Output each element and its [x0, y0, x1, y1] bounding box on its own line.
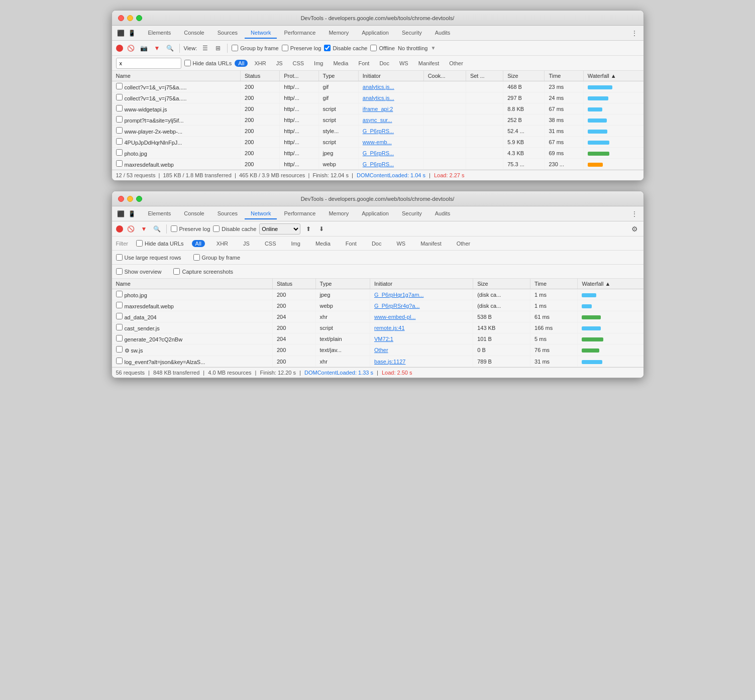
table-row[interactable]: collect?v=1&_v=j75&a..... 200 http/... g… [112, 81, 643, 92]
preserve-log-label-2[interactable]: Preserve log [171, 225, 210, 232]
hide-data-urls-checkbox-1[interactable] [184, 60, 191, 66]
tab-network-1[interactable]: Network [245, 28, 277, 39]
col-status-1[interactable]: Status [241, 71, 280, 81]
filter-pill-ws-1[interactable]: WS [396, 60, 412, 67]
show-overview-label[interactable]: Show overview [116, 268, 162, 275]
more-options-icon-2[interactable]: ⋮ [629, 209, 639, 219]
filter-pill-css-1[interactable]: CSS [289, 60, 307, 67]
tab-console-2[interactable]: Console [178, 208, 210, 219]
filter-pill-all-2[interactable]: All [192, 240, 205, 247]
filter-pill-ws-2[interactable]: WS [393, 240, 409, 247]
table-row[interactable]: maxresdefault.webp 200 webp G_P6rpRSr4g?… [112, 300, 643, 311]
tab-performance-2[interactable]: Performance [278, 208, 321, 219]
table-row[interactable]: www-widgetapi.js 200 http/... script ifr… [112, 103, 643, 114]
screenshot-button-1[interactable]: 📷 [139, 43, 149, 53]
tab-security-1[interactable]: Security [396, 28, 428, 39]
col-cookies-1[interactable]: Cook... [423, 71, 466, 81]
table-row[interactable]: log_event?alt=json&key=AlzaS... 200 xhr … [112, 356, 643, 367]
filter-pill-xhr-1[interactable]: XHR [251, 60, 269, 67]
filter-pill-all-1[interactable]: All [235, 60, 248, 67]
col-initiator-1[interactable]: Initiator [358, 71, 423, 81]
hide-data-urls-label-1[interactable]: Hide data URLs [184, 60, 232, 66]
tab-elements-2[interactable]: Elements [142, 208, 177, 219]
group-by-frame-checkbox[interactable] [232, 45, 238, 51]
search-input-1[interactable] [116, 58, 181, 69]
table-row[interactable]: www-player-2x-webp-... 200 http/... styl… [112, 126, 643, 137]
col-size-2[interactable]: Size [473, 279, 530, 289]
filter-pill-media-2[interactable]: Media [312, 240, 334, 247]
disable-cache-checkbox-1[interactable] [324, 45, 331, 51]
table-row[interactable]: maxresdefault.webp 200 http/... webp G_P… [112, 159, 643, 170]
table-row[interactable]: generate_204?cQ2nBw 204 text/plain VM72:… [112, 333, 643, 344]
preserve-log-checkbox-2[interactable] [171, 225, 177, 232]
minimize-button-1[interactable] [127, 15, 133, 21]
group-by-frame-checkbox-2[interactable] [193, 254, 200, 261]
table-row[interactable]: photo.jpg 200 http/... jpeg G_P6rpRS... … [112, 148, 643, 159]
group-by-frame-label-2[interactable]: Group by frame [193, 254, 240, 261]
tab-memory-1[interactable]: Memory [322, 28, 355, 39]
tab-application-2[interactable]: Application [356, 208, 395, 219]
col-status-2[interactable]: Status [272, 279, 315, 289]
view-list-icon[interactable]: ☰ [200, 43, 210, 53]
filter-icon-1[interactable]: ▼ [152, 43, 162, 53]
tab-console-1[interactable]: Console [178, 28, 210, 39]
settings-icon-2[interactable]: ⚙ [630, 224, 639, 234]
table-row[interactable]: ad_data_204 204 xhr www-embed-pl... 538 … [112, 311, 643, 322]
tab-application-1[interactable]: Application [356, 28, 395, 39]
throttle-select-2[interactable]: Online No throttling Slow 3G Fast 3G [259, 223, 300, 235]
filter-pill-media-1[interactable]: Media [330, 60, 352, 67]
col-type-1[interactable]: Type [318, 71, 358, 81]
col-initiator-2[interactable]: Initiator [370, 279, 473, 289]
maximize-button-1[interactable] [136, 15, 142, 21]
show-overview-checkbox[interactable] [116, 268, 123, 275]
tab-sources-1[interactable]: Sources [211, 28, 244, 39]
view-grid-icon[interactable]: ⊞ [213, 43, 223, 53]
minimize-button-2[interactable] [127, 196, 133, 202]
table-row[interactable]: photo.jpg 200 jpeg G_P6rpHqr1g7am... (di… [112, 289, 643, 300]
download-icon[interactable]: ⬇ [316, 224, 327, 234]
filter-pill-font-1[interactable]: Font [355, 60, 373, 67]
record-button-1[interactable] [116, 45, 123, 52]
group-by-frame-label[interactable]: Group by frame [232, 45, 278, 51]
table-row[interactable]: 4PUpJpDdHqrNlnFpJ... 200 http/... script… [112, 137, 643, 148]
offline-label-1[interactable]: Offline [370, 45, 395, 51]
filter-icon-2[interactable]: ▼ [139, 224, 149, 234]
col-waterfall-1[interactable]: Waterfall ▲ [583, 71, 643, 81]
col-set-cookies-1[interactable]: Set ... [466, 71, 503, 81]
close-button-2[interactable] [118, 196, 124, 202]
filter-pill-css-2[interactable]: CSS [261, 240, 280, 247]
filter-pill-img-2[interactable]: Img [288, 240, 304, 247]
filter-pill-doc-1[interactable]: Doc [376, 60, 393, 67]
tab-network-2[interactable]: Network [245, 208, 277, 219]
maximize-button-2[interactable] [136, 196, 142, 202]
filter-pill-manifest-2[interactable]: Manifest [417, 240, 445, 247]
tab-elements-1[interactable]: Elements [142, 28, 177, 39]
preserve-log-checkbox-1[interactable] [282, 45, 288, 51]
clear-button-1[interactable]: 🚫 [126, 43, 136, 53]
capture-screenshots-label[interactable]: Capture screenshots [173, 268, 233, 275]
more-options-icon-1[interactable]: ⋮ [629, 28, 639, 38]
filter-pill-other-1[interactable]: Other [446, 60, 467, 67]
clear-button-2[interactable]: 🚫 [126, 224, 136, 234]
tab-memory-2[interactable]: Memory [322, 208, 355, 219]
col-time-1[interactable]: Time [545, 71, 583, 81]
offline-checkbox-1[interactable] [370, 45, 377, 51]
record-button-2[interactable] [116, 225, 123, 232]
disable-cache-label-1[interactable]: Disable cache [324, 45, 367, 51]
filter-pill-doc-2[interactable]: Doc [368, 240, 385, 247]
filter-pill-img-1[interactable]: Img [310, 60, 327, 67]
hide-data-urls-label-2[interactable]: Hide data URLs [136, 240, 184, 247]
col-name-1[interactable]: Name [112, 71, 241, 81]
search-icon-2[interactable]: 🔍 [152, 224, 162, 234]
filter-pill-other-2[interactable]: Other [453, 240, 474, 247]
inspect-icon[interactable]: ⬛ [116, 28, 126, 38]
preserve-log-label-1[interactable]: Preserve log [282, 45, 321, 51]
col-time-2[interactable]: Time [530, 279, 578, 289]
use-large-rows-checkbox[interactable] [116, 254, 123, 261]
filter-pill-manifest-1[interactable]: Manifest [415, 60, 443, 67]
col-size-1[interactable]: Size [503, 71, 545, 81]
network-table-container-2[interactable]: Name Status Type Initiator Size Time Wat… [112, 279, 643, 367]
table-row[interactable]: cast_sender.js 200 script remote.js:41 1… [112, 322, 643, 333]
tab-audits-2[interactable]: Audits [429, 208, 457, 219]
table-row[interactable]: ⚙ sw.js 200 text/jav... Other 0 B 76 ms [112, 344, 643, 356]
